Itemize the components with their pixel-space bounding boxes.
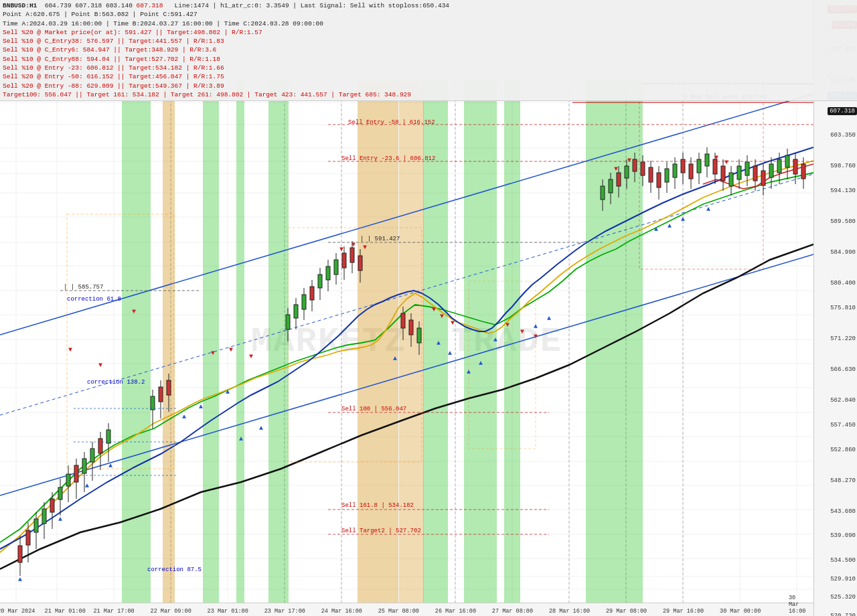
time-28mar16: 28 Mar 16:00	[549, 608, 590, 615]
svg-rect-83	[90, 449, 94, 462]
svg-text:▼: ▼	[714, 154, 718, 161]
svg-text:▼: ▼	[132, 308, 136, 315]
svg-text:▲: ▲	[437, 339, 441, 347]
time-23mar17: 23 Mar 17:00	[264, 608, 305, 615]
svg-rect-95	[286, 315, 290, 329]
svg-text:▲: ▲	[479, 360, 483, 367]
svg-text:▲: ▲	[706, 206, 710, 213]
price-525: 525.320	[830, 594, 856, 601]
svg-text:▲: ▲	[239, 435, 243, 443]
info-line11: Target100: 556.047 || Target 161: 534.18…	[3, 90, 854, 99]
svg-rect-127	[625, 166, 629, 178]
price-603: 603.350	[830, 132, 856, 139]
svg-rect-49	[236, 80, 244, 603]
price-580: 580.400	[830, 280, 856, 287]
svg-rect-111	[350, 248, 354, 262]
time-22mar09: 22 Mar 09:00	[151, 608, 191, 615]
price-584: 584.990	[830, 249, 856, 256]
time-21mar01: 21 Mar 01:00	[45, 608, 86, 615]
svg-rect-89	[151, 396, 155, 410]
svg-rect-75	[58, 487, 62, 499]
svg-rect-61	[67, 214, 174, 469]
svg-rect-155	[737, 166, 741, 179]
time-26mar16: 26 Mar 16:00	[435, 608, 476, 615]
price-539: 539.090	[830, 532, 856, 539]
svg-text:▼: ▼	[229, 346, 233, 354]
svg-text:▼: ▼	[440, 313, 444, 320]
time-30mar00: 30 Mar 00:00	[720, 608, 761, 615]
svg-text:▲: ▲	[547, 315, 551, 322]
svg-rect-103	[318, 275, 322, 288]
svg-rect-85	[98, 439, 102, 453]
svg-rect-139	[673, 164, 677, 177]
svg-rect-115	[401, 313, 405, 328]
svg-text:▼: ▼	[505, 321, 510, 329]
svg-text:▲: ▲	[226, 388, 230, 396]
info-panel: BNBUSD:H1 604.739 607.318 603.140 607.31…	[0, 0, 857, 101]
info-line3: Time A:2024.03.29 16:00:00 | Time B:2024…	[3, 19, 854, 28]
svg-text:▲: ▲	[85, 482, 89, 489]
svg-rect-107	[334, 260, 338, 275]
price-552: 552.860	[830, 447, 856, 453]
price-566: 566.630	[830, 366, 856, 373]
price-534: 534.500	[830, 557, 856, 564]
svg-text:▼: ▼	[339, 246, 343, 253]
svg-rect-105	[326, 266, 330, 280]
svg-text:▼: ▼	[534, 333, 538, 340]
svg-rect-151	[721, 166, 725, 181]
time-27mar08: 27 Mar 08:00	[492, 608, 533, 615]
price-557: 557.450	[830, 422, 856, 429]
info-line10: Sell %20 @ Entry -88: 629.809 || Target:…	[3, 82, 854, 90]
chart-container: BNBUSD:H1 604.739 607.318 603.140 607.31…	[0, 0, 857, 616]
svg-rect-53	[504, 80, 520, 603]
info-line6: Sell %10 @ C_Entry6: 584.947 || Target:3…	[3, 46, 854, 54]
svg-text:▼: ▼	[520, 328, 524, 335]
svg-text:▲: ▲	[182, 413, 186, 420]
price-575: 575.810	[830, 305, 856, 311]
time-axis: 20 Mar 2024 21 Mar 01:00 21 Mar 17:00 22…	[0, 603, 813, 616]
svg-text:▲: ▲	[108, 462, 112, 469]
svg-rect-47	[122, 80, 151, 603]
svg-rect-171	[801, 164, 805, 179]
svg-rect-93	[167, 380, 171, 395]
time-29mar16: 29 Mar 16:00	[663, 608, 704, 615]
svg-text:▲: ▲	[668, 222, 672, 230]
svg-rect-91	[159, 387, 163, 402]
svg-text:▼: ▼	[432, 306, 436, 313]
price-548: 548.270	[830, 477, 856, 484]
svg-rect-143	[689, 164, 693, 179]
svg-rect-97	[294, 305, 298, 318]
time-29mar08: 29 Mar 08:00	[606, 608, 647, 615]
svg-text:▼: ▼	[363, 244, 367, 251]
svg-rect-73	[50, 499, 54, 512]
svg-rect-81	[82, 459, 86, 473]
chart-svg: ▲ ▲ ▲ ▲ ▲ ▲ ▲ ▲ ▲ ▲ ▲ ▲ ▲ ▲ ▲ ▲ ▲ ▲ ▲ ▲	[0, 80, 813, 603]
svg-rect-159	[753, 166, 757, 181]
svg-rect-123	[609, 179, 613, 193]
info-line1: Line:1474 | h1_atr_c:0: 3.3549 | Last Si…	[175, 2, 449, 9]
svg-rect-109	[342, 253, 346, 268]
svg-rect-137	[665, 169, 669, 182]
svg-text:▲: ▲	[493, 336, 497, 343]
svg-rect-113	[358, 256, 362, 271]
price-571: 571.220	[830, 335, 856, 342]
svg-text:▼: ▼	[68, 346, 72, 354]
svg-rect-65	[18, 546, 22, 562]
svg-text:▲: ▲	[534, 323, 538, 330]
price-598: 598.760	[830, 163, 856, 169]
svg-rect-157	[745, 162, 749, 175]
price-594: 594.130	[830, 187, 856, 194]
svg-text:▲: ▲	[681, 216, 685, 223]
svg-rect-133	[649, 167, 653, 182]
svg-rect-135	[657, 173, 661, 187]
svg-text:▲: ▲	[199, 403, 203, 410]
svg-text:▲: ▲	[448, 350, 452, 357]
time-25mar08: 25 Mar 08:00	[378, 608, 419, 615]
svg-text:▼: ▼	[211, 350, 215, 357]
info-line-title: BNBUSD:H1 604.739 607.318 603.140 607.31…	[3, 1, 854, 10]
svg-rect-50	[268, 80, 289, 603]
svg-rect-77	[66, 474, 70, 486]
info-line5: Sell %10 @ C_Entry38: 576.597 || Target:…	[3, 37, 854, 46]
svg-text:▼: ▼	[98, 362, 102, 369]
svg-rect-87	[106, 430, 110, 443]
